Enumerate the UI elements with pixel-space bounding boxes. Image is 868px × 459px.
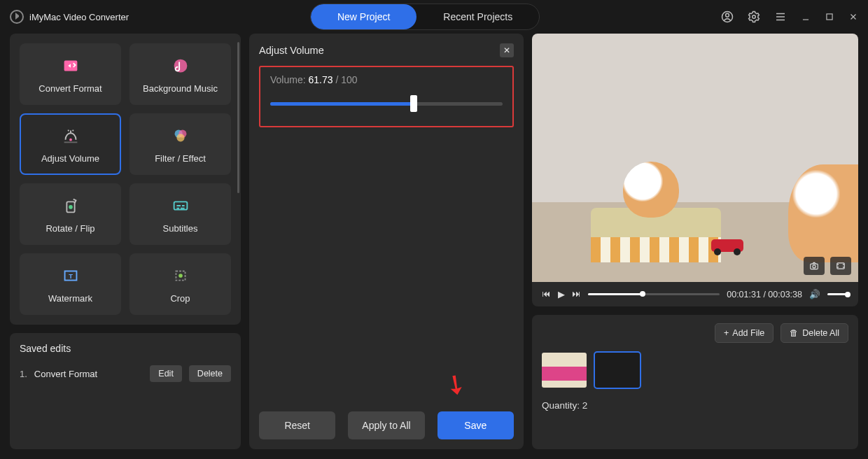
tool-convert-format[interactable]: Convert Format [20,43,121,105]
rotate-flip-icon [60,195,81,216]
playback-bar: ⏮ ▶ ⏭ 00:01:31 / 00:03:38 🔊 [532,282,858,306]
filter-effect-icon [170,125,191,146]
tool-adjust-volume[interactable]: Adjust Volume [20,113,121,175]
adjust-volume-panel: Adjust Volume ✕ Volume: 61.73 / 100 ➘ Re… [249,34,524,449]
tools-panel: Convert FormatBackground MusicAdjust Vol… [10,34,241,325]
tool-label: Crop [170,293,190,304]
preview-panel: ⏮ ▶ ⏭ 00:01:31 / 00:03:38 🔊 [532,34,858,306]
plus-icon: + [724,328,729,338]
volume-label-text: Volume: [270,74,306,85]
settings-icon[interactable] [748,10,760,23]
volume-icon[interactable]: 🔊 [809,289,820,299]
tool-watermark[interactable]: TWatermark [20,253,121,315]
quantity-label: Quantity: 2 [542,400,848,411]
saved-edits-panel: Saved edits 1. Convert Format Edit Delet… [10,333,241,449]
volume-slider[interactable] [270,99,503,108]
right-column: ⏮ ▶ ⏭ 00:01:31 / 00:03:38 🔊 +Add File 🗑D… [532,34,858,449]
tool-filter-effect[interactable]: Filter / Effect [130,113,231,175]
tool-subtitles[interactable]: Subtitles [130,183,231,245]
prev-frame-icon[interactable]: ⏮ [542,289,551,299]
app-logo-icon [10,10,24,24]
account-icon[interactable] [721,10,734,23]
saved-edit-delete-button[interactable]: Delete [189,365,231,382]
reset-button[interactable]: Reset [259,411,335,439]
tool-crop[interactable]: Crop [130,253,231,315]
file-thumbnail[interactable] [542,353,587,388]
apply-to-all-button[interactable]: Apply to All [348,411,424,439]
main-layout: Convert FormatBackground MusicAdjust Vol… [0,34,868,459]
svg-text:T: T [69,272,73,279]
recent-projects-tab[interactable]: Recent Projects [416,4,539,29]
next-frame-icon[interactable]: ⏭ [572,289,581,299]
close-window-icon[interactable] [848,12,858,22]
fullscreen-icon[interactable] [830,257,851,275]
video-preview[interactable] [532,34,858,282]
maximize-icon[interactable] [825,12,834,22]
play-icon[interactable]: ▶ [558,289,565,299]
time-total: 00:03:38 [768,290,802,299]
action-buttons: Reset Apply to All Save [259,402,514,439]
svg-point-9 [176,134,184,141]
close-panel-button[interactable]: ✕ [500,43,514,57]
delete-all-label: Delete All [802,328,839,338]
svg-point-6 [69,138,72,141]
svg-point-11 [69,205,73,209]
tools-scrollbar[interactable] [237,42,239,316]
background-music-icon [170,55,191,76]
tool-rotate-flip[interactable]: Rotate / Flip [20,183,121,245]
center-column: Adjust Volume ✕ Volume: 61.73 / 100 ➘ Re… [249,34,524,449]
adjust-panel-title: Adjust Volume [259,45,324,56]
title-bar: iMyMac Video Converter New Project Recen… [0,0,868,34]
preview-volume-slider[interactable] [827,293,848,295]
tool-label: Filter / Effect [155,153,206,164]
tool-label: Convert Format [38,83,102,94]
svg-point-16 [178,274,183,278]
tool-label: Subtitles [163,223,198,234]
volume-highlight-box: Volume: 61.73 / 100 [259,66,514,127]
tool-label: Rotate / Flip [46,223,94,234]
file-thumbnail[interactable] [595,353,640,388]
crop-icon [170,265,191,286]
menu-icon[interactable] [774,10,787,23]
svg-point-18 [813,265,816,268]
project-segmented-control: New Project Recent Projects [310,3,540,30]
trash-icon: 🗑 [790,328,799,338]
add-file-button[interactable]: +Add File [715,323,774,343]
tool-label: Background Music [143,83,218,94]
delete-all-button[interactable]: 🗑Delete All [780,323,848,343]
time-display: 00:01:31 / 00:03:38 [727,290,802,299]
annotation-arrow: ➘ [438,366,474,404]
volume-label: Volume: 61.73 / 100 [270,74,503,85]
saved-edits-heading: Saved edits [20,343,231,354]
app-title-text: iMyMac Video Converter [29,12,129,22]
file-list-panel: +Add File 🗑Delete All Quantity: 2 [532,315,858,449]
tool-label: Adjust Volume [41,153,99,164]
saved-edit-edit-button[interactable]: Edit [150,365,182,382]
svg-rect-17 [811,264,818,269]
minimize-icon[interactable] [801,12,811,22]
svg-rect-3 [827,14,832,20]
saved-edit-index: 1. [20,369,27,379]
watermark-icon: T [60,265,81,286]
volume-max: 100 [341,74,357,85]
tool-label: Watermark [48,293,92,304]
add-file-label: Add File [732,328,764,338]
volume-value: 61.73 [308,74,332,85]
convert-format-icon [60,55,81,76]
snapshot-icon[interactable] [804,257,825,275]
subtitles-icon [170,195,191,216]
saved-edit-row: 1. Convert Format Edit Delete [20,365,231,382]
progress-slider[interactable] [588,293,720,295]
time-current: 00:01:31 [727,290,761,299]
app-title: iMyMac Video Converter [10,10,129,24]
quantity-value: 2 [582,400,588,411]
window-controls [721,10,858,23]
save-button[interactable]: Save [438,411,514,439]
left-column: Convert FormatBackground MusicAdjust Vol… [10,34,241,449]
svg-point-2 [752,15,756,19]
svg-point-1 [726,13,729,17]
tool-background-music[interactable]: Background Music [130,43,231,105]
saved-edit-name: Convert Format [34,369,143,379]
new-project-tab[interactable]: New Project [311,4,416,29]
adjust-volume-icon [60,125,81,146]
